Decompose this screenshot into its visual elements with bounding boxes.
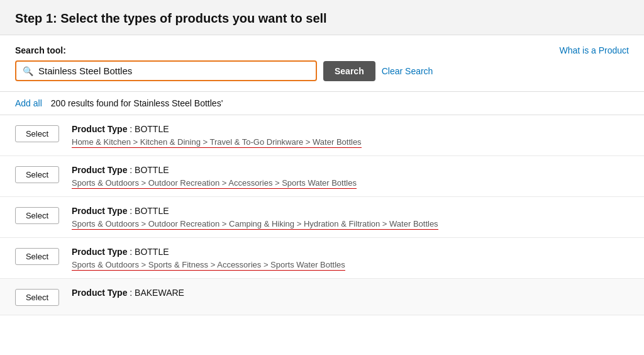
product-type-line: Product Type : BOTTLE xyxy=(72,247,629,257)
product-info: Product Type : BOTTLESports & Outdoors >… xyxy=(72,247,629,269)
breadcrumb-text: Sports & Outdoors > Outdoor Recreation >… xyxy=(72,178,357,189)
select-button[interactable]: Select xyxy=(15,289,59,306)
product-type-line: Product Type : BOTTLE xyxy=(72,206,629,216)
breadcrumb-text: Sports & Outdoors > Sports & Fitness > A… xyxy=(72,260,345,271)
search-tool-label: Search tool: xyxy=(15,45,629,55)
breadcrumb-text: Sports & Outdoors > Outdoor Recreation >… xyxy=(72,219,438,230)
clear-search-link[interactable]: Clear Search xyxy=(382,66,433,76)
product-breadcrumb: Sports & Outdoors > Outdoor Recreation >… xyxy=(72,178,629,188)
product-info: Product Type : BOTTLESports & Outdoors >… xyxy=(72,165,629,188)
product-type-label: Product Type xyxy=(72,206,127,216)
product-item: SelectProduct Type : BOTTLESports & Outd… xyxy=(0,156,644,197)
product-type-label: Product Type xyxy=(72,247,127,257)
product-type-value: : BOTTLE xyxy=(127,165,169,175)
product-type-label: Product Type xyxy=(72,124,127,134)
product-item: SelectProduct Type : BOTTLESports & Outd… xyxy=(0,197,644,238)
search-section: Search tool: 🔍 Search Clear Search What … xyxy=(0,35,644,92)
product-info: Product Type : BOTTLESports & Outdoors >… xyxy=(72,206,629,228)
product-info: Product Type : BOTTLEHome & Kitchen > Ki… xyxy=(72,124,629,147)
results-header: Add all 200 results found for Stainless … xyxy=(0,92,644,115)
product-breadcrumb: Home & Kitchen > Kitchen & Dining > Trav… xyxy=(72,137,629,147)
select-button[interactable]: Select xyxy=(15,248,59,265)
product-type-value: : BOTTLE xyxy=(127,124,169,134)
product-item: SelectProduct Type : BOTTLESports & Outd… xyxy=(0,238,644,279)
what-is-product-link[interactable]: What is a Product xyxy=(560,45,630,55)
select-button[interactable]: Select xyxy=(15,125,59,142)
product-type-value: : BOTTLE xyxy=(127,247,169,257)
breadcrumb-text: Home & Kitchen > Kitchen & Dining > Trav… xyxy=(72,137,362,148)
search-button[interactable]: Search xyxy=(323,61,375,81)
product-info: Product Type : BAKEWARE xyxy=(72,288,629,300)
product-type-label: Product Type xyxy=(72,165,127,175)
product-item: SelectProduct Type : BOTTLEHome & Kitche… xyxy=(0,115,644,156)
results-section: Add all 200 results found for Stainless … xyxy=(0,92,644,315)
product-list: SelectProduct Type : BOTTLEHome & Kitche… xyxy=(0,115,644,315)
product-type-line: Product Type : BOTTLE xyxy=(72,165,629,175)
search-input[interactable] xyxy=(38,65,309,76)
product-type-line: Product Type : BAKEWARE xyxy=(72,288,629,298)
select-button[interactable]: Select xyxy=(15,207,59,224)
page-header: Step 1: Select the types of products you… xyxy=(0,0,644,35)
search-icon: 🔍 xyxy=(23,66,33,76)
product-breadcrumb: Sports & Outdoors > Outdoor Recreation >… xyxy=(72,218,629,228)
product-type-line: Product Type : BOTTLE xyxy=(72,124,629,134)
product-type-label: Product Type xyxy=(72,288,127,298)
product-type-value: : BAKEWARE xyxy=(127,288,184,298)
add-all-link[interactable]: Add all xyxy=(15,98,42,108)
product-item: SelectProduct Type : BAKEWARE xyxy=(0,279,644,315)
search-input-wrapper: 🔍 xyxy=(15,60,317,81)
product-breadcrumb: Sports & Outdoors > Sports & Fitness > A… xyxy=(72,259,629,269)
select-button[interactable]: Select xyxy=(15,166,59,183)
product-type-value: : BOTTLE xyxy=(127,206,169,216)
results-count: 200 results found for Stainless Steel Bo… xyxy=(51,98,223,108)
page-title: Step 1: Select the types of products you… xyxy=(15,11,629,26)
